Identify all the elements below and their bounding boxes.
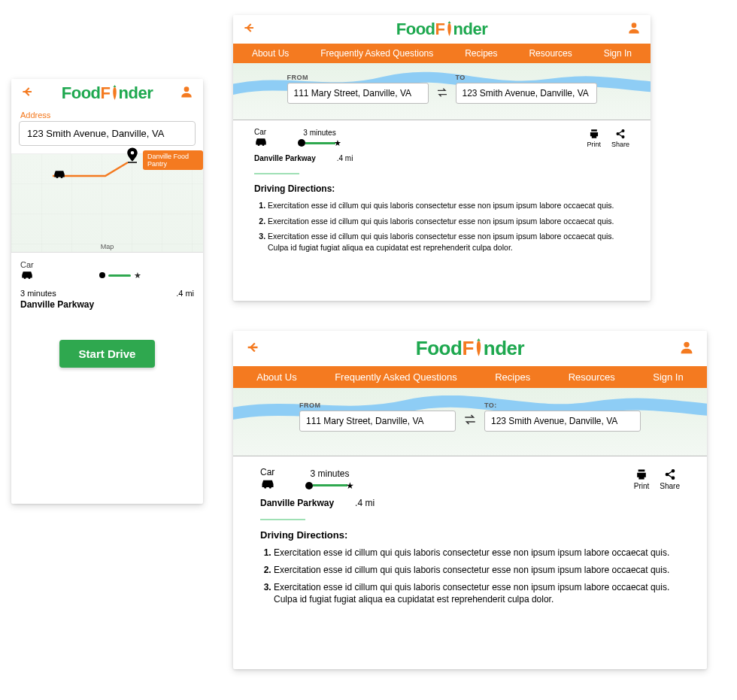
mode-label: Car bbox=[260, 467, 274, 477]
nav-faq[interactable]: Frequently Asked Questions bbox=[335, 371, 457, 383]
mode-label: Car bbox=[20, 260, 194, 269]
directions-step: Exercitation esse id cillum qui quis lab… bbox=[268, 216, 629, 227]
mode-label: Car bbox=[254, 128, 266, 136]
to-label: TO bbox=[456, 74, 597, 81]
from-label: FROM bbox=[299, 402, 456, 409]
car-icon bbox=[254, 136, 268, 148]
share-label: Share bbox=[611, 141, 629, 148]
svg-point-2 bbox=[632, 23, 637, 28]
print-icon bbox=[588, 129, 600, 141]
directions-heading: Driving Directions: bbox=[254, 183, 629, 194]
print-button[interactable]: Print bbox=[587, 129, 601, 148]
directions-content: Car 3 minutes ★ Print Share Danville Par… bbox=[233, 456, 707, 621]
to-label: TO: bbox=[484, 402, 641, 409]
star-icon: ★ bbox=[134, 271, 141, 280]
directions-list: Exercitation esse id cillum qui quis lab… bbox=[254, 200, 629, 253]
from-label: FROM bbox=[287, 74, 429, 81]
nav-about[interactable]: About Us bbox=[252, 48, 289, 59]
time-slider[interactable]: 3 minutes ★ bbox=[305, 468, 354, 491]
car-on-map-icon bbox=[53, 168, 66, 182]
destination-pin-icon bbox=[126, 147, 139, 167]
star-icon: ★ bbox=[334, 138, 341, 148]
route-road: Danville Parkway bbox=[260, 498, 334, 508]
app-logo: FoodFnder bbox=[396, 20, 487, 39]
nav-bar: About Us Frequently Asked Questions Reci… bbox=[233, 44, 651, 63]
car-icon bbox=[260, 477, 275, 492]
mobile-header: FoodFnder bbox=[11, 79, 203, 108]
trip-progress-slider[interactable]: ★ bbox=[99, 271, 141, 280]
trip-road: Danville Parkway bbox=[11, 299, 203, 310]
swap-icon[interactable] bbox=[436, 87, 448, 101]
trip-time: 3 minutes bbox=[20, 289, 56, 298]
star-icon: ★ bbox=[346, 480, 354, 491]
mobile-frame: FoodFnder Address 123 Smith Avenue, Danv… bbox=[11, 79, 203, 504]
app-logo: FoodFnder bbox=[416, 337, 524, 360]
print-button[interactable]: Print bbox=[634, 468, 650, 490]
app-logo: FoodFnder bbox=[62, 83, 153, 103]
directions-step: Exercitation esse id cillum qui quis lab… bbox=[274, 564, 680, 577]
back-arrow-icon[interactable] bbox=[242, 20, 257, 38]
directions-step: Exercitation esse id cillum qui quis lab… bbox=[274, 581, 680, 607]
trip-summary-row: 3 minutes .4 mi bbox=[11, 284, 203, 299]
route-road: Danville Parkway bbox=[254, 154, 316, 162]
map-view[interactable]: Danville Food Pantry Map bbox=[11, 153, 203, 253]
share-label: Share bbox=[660, 482, 680, 490]
share-icon bbox=[664, 468, 676, 482]
directions-list: Exercitation esse id cillum qui quis lab… bbox=[260, 547, 680, 606]
user-icon[interactable] bbox=[626, 20, 641, 38]
svg-rect-1 bbox=[128, 162, 137, 163]
map-label: Map bbox=[101, 243, 114, 250]
trip-time: 3 minutes bbox=[310, 468, 349, 479]
directions-content: Car 3 minutes ★ Print Share Danville Par… bbox=[233, 120, 651, 265]
desktop-header: FoodFnder bbox=[233, 15, 651, 44]
back-arrow-icon[interactable] bbox=[20, 84, 35, 102]
route-distance: .4 mi bbox=[337, 154, 353, 162]
pantry-tag[interactable]: Danville Food Pantry bbox=[143, 150, 203, 170]
desktop-frame-large: FoodFnder About Us Frequently Asked Ques… bbox=[233, 331, 707, 669]
car-icon bbox=[20, 269, 34, 281]
nav-faq[interactable]: Frequently Asked Questions bbox=[320, 48, 433, 59]
share-button[interactable]: Share bbox=[611, 129, 629, 148]
trip-distance: .4 mi bbox=[176, 289, 194, 298]
map-view[interactable]: FROM 111 Mary Street, Danville, VA TO 12… bbox=[233, 63, 651, 120]
to-input[interactable]: 123 Smith Avenue, Danville, VA bbox=[484, 411, 641, 432]
back-arrow-icon[interactable] bbox=[245, 339, 262, 359]
print-label: Print bbox=[634, 482, 650, 490]
to-input[interactable]: 123 Smith Avenue, Danville, VA bbox=[456, 83, 597, 104]
nav-resources[interactable]: Resources bbox=[529, 48, 572, 59]
user-icon[interactable] bbox=[678, 339, 695, 359]
nav-recipes[interactable]: Recipes bbox=[465, 48, 497, 59]
directions-heading: Driving Directions: bbox=[260, 529, 680, 541]
start-drive-button[interactable]: Start Drive bbox=[59, 340, 156, 368]
directions-step: Exercitation esse id cillum qui quis lab… bbox=[268, 231, 629, 253]
print-icon bbox=[635, 468, 648, 482]
address-label: Address bbox=[11, 108, 203, 120]
time-slider[interactable]: 3 minutes ★ bbox=[298, 129, 341, 148]
divider bbox=[254, 173, 299, 174]
nav-signin[interactable]: Sign In bbox=[604, 48, 632, 59]
user-icon[interactable] bbox=[179, 84, 194, 102]
mode-column: Car bbox=[260, 467, 275, 492]
directions-step: Exercitation esse id cillum qui quis lab… bbox=[274, 547, 680, 559]
mode-column: Car bbox=[254, 128, 268, 148]
from-input[interactable]: 111 Mary Street, Danville, VA bbox=[299, 411, 456, 432]
print-label: Print bbox=[587, 141, 601, 148]
nav-resources[interactable]: Resources bbox=[569, 371, 615, 383]
nav-bar: About Us Frequently Asked Questions Reci… bbox=[233, 366, 707, 388]
nav-recipes[interactable]: Recipes bbox=[495, 371, 530, 383]
desktop-frame-small: FoodFnder About Us Frequently Asked Ques… bbox=[233, 15, 651, 301]
mode-section: Car ★ bbox=[11, 253, 203, 284]
share-icon bbox=[615, 129, 626, 141]
desktop-header: FoodFnder bbox=[233, 331, 707, 366]
directions-step: Exercitation esse id cillum qui quis lab… bbox=[268, 200, 629, 211]
svg-point-6 bbox=[684, 341, 689, 347]
nav-signin[interactable]: Sign In bbox=[653, 371, 683, 383]
nav-about[interactable]: About Us bbox=[256, 371, 296, 383]
from-input[interactable]: 111 Mary Street, Danville, VA bbox=[287, 83, 429, 104]
svg-point-0 bbox=[184, 86, 190, 92]
trip-time: 3 minutes bbox=[303, 129, 335, 137]
swap-icon[interactable] bbox=[463, 414, 477, 429]
share-button[interactable]: Share bbox=[660, 468, 680, 490]
divider bbox=[260, 519, 305, 520]
map-view[interactable]: FROM 111 Mary Street, Danville, VA TO: 1… bbox=[233, 388, 707, 456]
